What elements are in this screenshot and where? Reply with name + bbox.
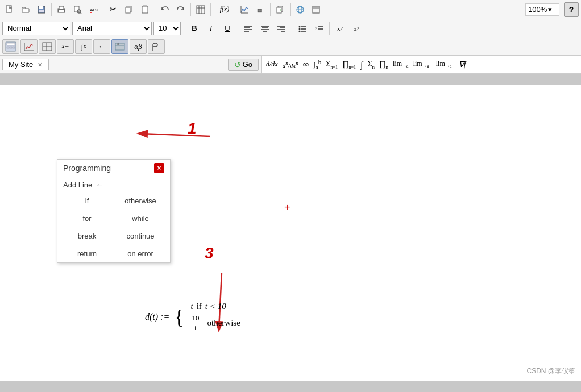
save-button[interactable] <box>34 2 49 17</box>
symbols-section: d/dx dn/dxn ∞ ∫ab Σn=1 ∏n=1 ∫ Σn ∏n lim→… <box>262 56 581 73</box>
page-content: 1 2 3 + Programming × Add Lin <box>0 85 581 381</box>
sym-int[interactable]: ∫ <box>360 60 363 70</box>
frac-num: 10 <box>191 314 201 323</box>
sym-sum[interactable]: Σn=1 <box>326 60 338 70</box>
nav-tab-close[interactable]: ✕ <box>38 61 43 68</box>
bold-button[interactable]: B <box>187 22 202 35</box>
zoom-dropdown-icon[interactable]: ▾ <box>548 5 552 14</box>
matrix3-button[interactable] <box>39 39 56 54</box>
sym-lim-left[interactable]: lim→a− <box>436 60 454 69</box>
sym-lim-right[interactable]: lim→a+ <box>413 60 431 69</box>
sep4 <box>190 3 191 16</box>
function-button[interactable]: f(x) <box>213 2 236 17</box>
svg-rect-57 <box>7 43 15 45</box>
toolbar-top: ▼ ▼ ABC ✂ <box>0 0 581 19</box>
align-center-button[interactable] <box>258 22 272 35</box>
units-button[interactable] <box>148 39 165 54</box>
graph-button[interactable] <box>20 39 38 54</box>
programming-button[interactable]: ⊞ <box>111 39 128 54</box>
table-button[interactable] <box>193 2 208 17</box>
popup-item-onerror[interactable]: on error <box>117 248 164 260</box>
sym-deriv[interactable]: d/dx <box>266 60 278 69</box>
popup-item-if[interactable]: if <box>63 195 111 207</box>
help-button[interactable]: ? <box>564 2 579 17</box>
sep2 <box>103 3 103 16</box>
popup-row-4: return on error <box>57 245 170 262</box>
formula-brace: { <box>174 307 184 327</box>
popup-item-otherwise[interactable]: otherwise <box>117 195 164 207</box>
matrix-button[interactable]: ▦ <box>253 2 268 17</box>
italic-button[interactable]: I <box>204 22 218 35</box>
list-bullet-button[interactable] <box>295 22 310 35</box>
font-select[interactable]: Arial <box>72 22 152 35</box>
redo-button[interactable] <box>173 2 188 17</box>
svg-line-12 <box>80 12 81 14</box>
popup-item-return[interactable]: return <box>63 248 111 260</box>
paste-button[interactable] <box>138 2 152 17</box>
sym-inf[interactable]: ∞ <box>303 60 309 69</box>
underline-button[interactable]: U <box>220 22 235 35</box>
left-arrow-button[interactable]: ← <box>93 39 110 54</box>
svg-rect-60 <box>13 47 15 48</box>
case2-kw: otherwise <box>208 318 240 328</box>
formula-lhs: d(t) := <box>145 312 169 322</box>
sym-int-ab[interactable]: ∫ab <box>313 59 321 70</box>
list-num-button[interactable]: 1.2. <box>312 22 326 35</box>
align-left-button[interactable] <box>241 22 256 35</box>
popup-item-while[interactable]: while <box>117 212 164 224</box>
add-line-arrow: ← <box>96 180 103 189</box>
greek-button[interactable]: αβ <box>130 39 147 54</box>
sym-nderiv[interactable]: dn/dxn <box>283 60 298 69</box>
svg-text:▼: ▼ <box>23 7 26 10</box>
plot-button[interactable] <box>237 2 252 17</box>
go-button[interactable]: ↺ Go <box>228 59 259 71</box>
svg-text:2.: 2. <box>315 27 317 31</box>
sym-prod[interactable]: ∏n=1 <box>342 60 356 70</box>
sep-fmt4 <box>329 22 330 35</box>
popup-item-for[interactable]: for <box>63 212 111 224</box>
window-button[interactable] <box>309 2 323 17</box>
sep6 <box>270 3 271 16</box>
web-button[interactable] <box>293 2 308 17</box>
sym-prod-n[interactable]: ∏n <box>379 60 388 70</box>
open-button[interactable]: ▼ <box>18 2 33 17</box>
sep3 <box>155 3 155 16</box>
new-button[interactable]: ▼ <box>2 2 17 17</box>
print-button[interactable] <box>54 2 69 17</box>
nav-tab-mysite[interactable]: My Site ✕ <box>2 59 49 70</box>
popup-header: Programming × <box>57 160 170 177</box>
superscript-button[interactable]: x2 <box>333 22 347 35</box>
formula-frac: 10 t <box>191 314 201 332</box>
formula-case-1: t if t < 10 <box>191 302 240 311</box>
app-container: ▼ ▼ ABC ✂ <box>0 0 581 392</box>
equation-button[interactable]: x= <box>57 39 74 54</box>
calculator-button[interactable] <box>2 39 19 54</box>
size-select[interactable]: 10 <box>153 22 181 35</box>
svg-rect-6 <box>39 10 44 12</box>
add-line-row[interactable]: Add Line ← <box>57 177 170 192</box>
nav-tab-label: My Site <box>9 60 33 69</box>
style-select[interactable]: Normal <box>2 22 70 35</box>
popup-row-2: for while <box>57 210 170 227</box>
print-preview-button[interactable] <box>70 2 85 17</box>
copy-button[interactable] <box>122 2 136 17</box>
subscript-button[interactable]: x2 <box>349 22 364 35</box>
popup-close-button[interactable]: × <box>154 163 164 173</box>
popup-title: Programming <box>63 164 111 173</box>
popup-item-continue[interactable]: continue <box>117 230 164 242</box>
svg-rect-8 <box>59 6 64 9</box>
undo-button[interactable] <box>157 2 172 17</box>
sym-lim[interactable]: lim→a <box>393 60 409 69</box>
sym-sum-n[interactable]: Σn <box>367 60 375 70</box>
cut-button[interactable]: ✂ <box>106 2 121 17</box>
integral-button[interactable]: ∫x <box>75 39 92 54</box>
popup-item-break[interactable]: break <box>63 230 111 242</box>
sep7 <box>290 3 290 16</box>
copy-special-button[interactable]: + <box>273 2 288 17</box>
case1-kw: if <box>197 302 202 311</box>
align-right-button[interactable] <box>274 22 289 35</box>
sym-grad[interactable]: ∇f <box>459 60 466 69</box>
sep-fmt1 <box>184 22 184 35</box>
spellcheck-button[interactable]: ABC <box>86 2 101 17</box>
annotation-1: 1 <box>188 119 197 137</box>
